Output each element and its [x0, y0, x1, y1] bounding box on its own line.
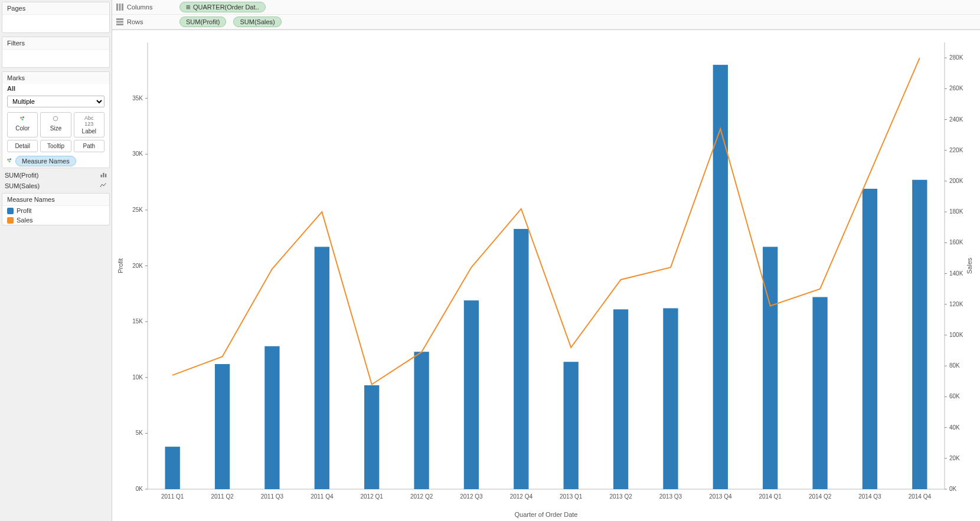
svg-point-1 — [22, 116, 24, 118]
marks-grid: Color Size Abc123 Label Detail Tooltip P… — [2, 110, 109, 155]
bar[interactable] — [315, 247, 329, 489]
bar[interactable] — [863, 189, 877, 489]
bar[interactable] — [613, 309, 628, 489]
legend-card: Measure Names Profit Sales — [2, 193, 110, 225]
bar[interactable] — [663, 308, 678, 489]
bar[interactable] — [464, 300, 479, 489]
bar[interactable] — [912, 180, 927, 489]
svg-text:120K: 120K — [949, 301, 963, 307]
marks-color-button[interactable]: Color — [7, 112, 38, 137]
bar-chart-icon — [100, 171, 107, 179]
svg-text:2014 Q2: 2014 Q2 — [809, 493, 832, 500]
line-chart-icon — [100, 182, 107, 190]
svg-text:100K: 100K — [949, 332, 963, 338]
legend-item-profit[interactable]: Profit — [2, 206, 109, 215]
svg-text:200K: 200K — [949, 178, 963, 184]
svg-rect-8 — [103, 173, 104, 178]
svg-text:2013 Q1: 2013 Q1 — [560, 493, 583, 500]
svg-text:2011 Q1: 2011 Q1 — [161, 493, 184, 500]
legend-profit-label: Profit — [17, 207, 32, 214]
bar[interactable] — [165, 447, 180, 489]
columns-pill-quarter[interactable]: ⊞ QUARTER(Order Dat.. — [179, 2, 266, 12]
marks-detail-button[interactable]: Detail — [7, 140, 38, 152]
measure-list: SUM(Profit) SUM(Sales) — [0, 170, 112, 191]
svg-text:0K: 0K — [949, 486, 957, 492]
bar[interactable] — [763, 247, 778, 489]
svg-text:260K: 260K — [949, 85, 963, 91]
filters-body[interactable] — [2, 50, 109, 67]
svg-text:2011 Q4: 2011 Q4 — [311, 493, 334, 500]
svg-text:280K: 280K — [949, 54, 963, 61]
bar[interactable] — [215, 364, 230, 489]
palette-icon — [8, 115, 37, 124]
top-shelves: Columns ⊞ QUARTER(Order Dat.. Rows SUM(P… — [112, 0, 980, 30]
legend-item-sales[interactable]: Sales — [2, 215, 109, 225]
rows-shelf[interactable]: Rows SUM(Profit) SUM(Sales) — [112, 15, 980, 30]
legend-sales-swatch — [7, 217, 14, 224]
pages-card: Pages — [2, 2, 110, 33]
marks-size-button[interactable]: Size — [40, 112, 71, 137]
svg-rect-15 — [116, 24, 123, 25]
marks-label-button[interactable]: Abc123 Label — [74, 112, 104, 137]
bar[interactable] — [812, 297, 827, 489]
svg-text:60K: 60K — [949, 393, 960, 399]
marks-type-dropdown[interactable]: Multiple — [7, 96, 104, 107]
chart-area[interactable]: 0K5K10K15K20K25K30K35K0K20K40K60K80K100K… — [112, 30, 980, 521]
svg-text:2014 Q1: 2014 Q1 — [759, 493, 782, 500]
svg-rect-9 — [105, 174, 106, 178]
svg-text:2014 Q3: 2014 Q3 — [858, 493, 881, 500]
svg-rect-12 — [122, 4, 123, 11]
svg-text:15K: 15K — [132, 318, 143, 325]
marks-tooltip-button[interactable]: Tooltip — [40, 140, 71, 152]
legend-profit-swatch — [7, 208, 14, 214]
marks-measure-names-row: Measure Names — [2, 155, 109, 168]
columns-shelf[interactable]: Columns ⊞ QUARTER(Order Dat.. — [112, 0, 980, 15]
line-series[interactable] — [172, 58, 920, 384]
svg-point-5 — [9, 158, 11, 160]
svg-text:20K: 20K — [949, 455, 960, 461]
svg-point-4 — [7, 159, 9, 160]
rows-icon — [116, 18, 124, 26]
label-icon: Abc123 — [74, 115, 104, 127]
svg-text:2011 Q3: 2011 Q3 — [261, 493, 284, 500]
measure-profit-label: SUM(Profit) — [5, 172, 38, 179]
filters-title: Filters — [2, 37, 109, 50]
svg-rect-10 — [116, 4, 118, 11]
svg-rect-7 — [101, 175, 102, 178]
filters-card: Filters — [2, 37, 110, 68]
legend-sales-label: Sales — [17, 217, 33, 224]
legend-title: Measure Names — [2, 194, 109, 206]
rows-pill-sales[interactable]: SUM(Sales) — [233, 17, 281, 27]
marks-title: Marks — [2, 72, 109, 84]
rows-shelf-label: Rows — [116, 18, 175, 26]
svg-text:160K: 160K — [949, 239, 963, 245]
svg-rect-14 — [116, 21, 123, 23]
svg-text:80K: 80K — [949, 362, 960, 369]
bar[interactable] — [514, 229, 528, 489]
svg-text:2012 Q4: 2012 Q4 — [510, 493, 533, 500]
expand-icon: ⊞ — [186, 4, 191, 10]
svg-point-6 — [9, 160, 11, 162]
svg-text:25K: 25K — [132, 207, 143, 213]
svg-text:5K: 5K — [136, 430, 143, 436]
svg-text:10K: 10K — [132, 374, 143, 381]
chart-svg: 0K5K10K15K20K25K30K35K0K20K40K60K80K100K… — [112, 30, 980, 521]
measure-names-pill[interactable]: Measure Names — [15, 156, 76, 166]
palette-icon — [6, 157, 13, 165]
svg-text:180K: 180K — [949, 208, 963, 215]
marks-all-label[interactable]: All — [2, 84, 109, 93]
marks-card: Marks All Multiple Color Size Abc123 Lab… — [2, 71, 110, 168]
svg-text:2012 Q2: 2012 Q2 — [410, 493, 433, 500]
svg-rect-13 — [116, 18, 123, 20]
svg-text:30K: 30K — [132, 150, 143, 157]
bar[interactable] — [414, 352, 429, 489]
rows-pill-profit[interactable]: SUM(Profit) — [179, 17, 226, 27]
marks-path-button[interactable]: Path — [74, 140, 104, 152]
measure-profit-row[interactable]: SUM(Profit) — [0, 170, 112, 181]
measure-sales-row[interactable]: SUM(Sales) — [0, 181, 112, 191]
bar[interactable] — [564, 362, 579, 489]
columns-icon — [116, 3, 124, 11]
pages-body[interactable] — [2, 15, 109, 32]
bar[interactable] — [364, 385, 379, 489]
bar[interactable] — [264, 346, 279, 489]
